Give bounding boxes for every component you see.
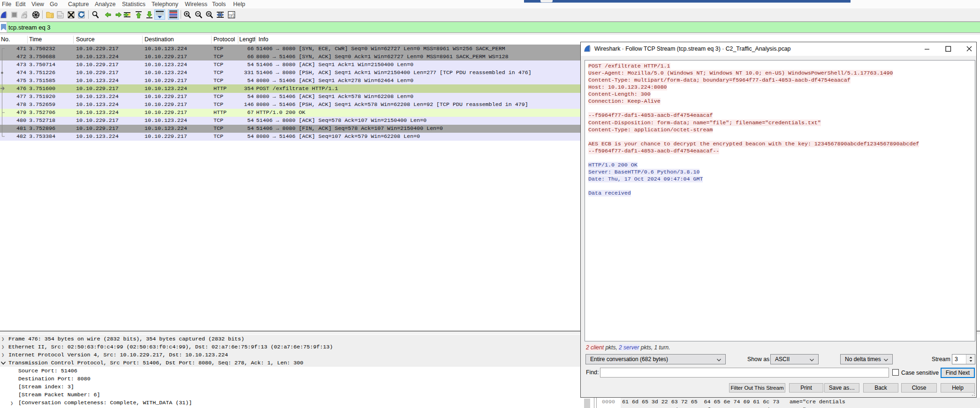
- svg-text:010: 010: [58, 15, 62, 17]
- svg-text:1: 1: [233, 12, 234, 15]
- svg-text:2: 2: [229, 15, 231, 18]
- svg-text:3: 3: [233, 15, 234, 18]
